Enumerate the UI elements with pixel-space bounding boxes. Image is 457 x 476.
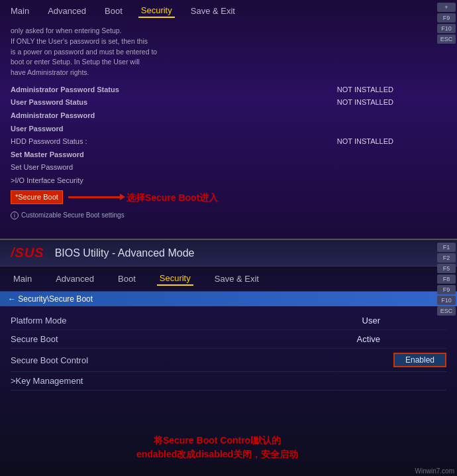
fn-f10-top[interactable]: F10 [437, 24, 456, 33]
settings-row-5[interactable]: Set Master Password [11, 149, 446, 162]
nav-boot-top[interactable]: Boot [102, 5, 125, 17]
side-keys-top: + F9 F10 ESC [436, 0, 457, 46]
desc-line-1: only asked for when entering Setup. [11, 26, 446, 36]
bottom-row-0: Platform Mode User [11, 312, 446, 330]
breadcrumb-text: ← Security\Secure Boot [8, 294, 93, 304]
side-keys-bottom: F1 F2 F5 F8 F9 F10 ESC [436, 240, 457, 318]
arrow-indicator [68, 196, 121, 198]
fn-esc-bottom[interactable]: ESC [437, 306, 456, 316]
fn-f8[interactable]: F8 [437, 274, 456, 284]
nav-security-top[interactable]: Security [138, 4, 175, 18]
fn-f10-bottom[interactable]: F10 [437, 296, 456, 305]
bottom-row-2[interactable]: Secure Boot Control Enabled [11, 349, 446, 372]
value-hdd-status: NOT INSTALLED [337, 136, 446, 148]
desc-line-4: boot or enter Setup. In Setup the User w… [11, 57, 446, 68]
asus-header: /SUS BIOS Utility - Advanced Mode [0, 240, 457, 267]
nav-security-bottom[interactable]: Security [157, 272, 193, 286]
settings-row-3: User Password [11, 123, 446, 136]
label-admin-status: Administrator Password Status [11, 84, 119, 96]
fn-f1[interactable]: F1 [437, 243, 456, 252]
label-master-password: Set Master Password [11, 149, 84, 161]
desc-line-3: is a power on password and must be enter… [11, 47, 446, 58]
label-secure-boot-control: Secure Boot Control [11, 355, 88, 365]
desc-line-2: If ONLY the User's password is set, then… [11, 36, 446, 47]
label-secure-boot: Secure Boot [11, 334, 58, 344]
red-arrow-icon [68, 196, 121, 198]
top-panel: Main Advanced Boot Security Save & Exit … [0, 0, 457, 239]
bios-utility-title: BIOS Utility - Advanced Mode [55, 247, 195, 259]
fn-f5[interactable]: F5 [437, 264, 456, 273]
annotation-secure-boot: 选择Secure Boot进入 [127, 190, 218, 205]
top-nav: Main Advanced Boot Security Save & Exit [0, 0, 457, 22]
settings-row-6[interactable]: Set User Password [11, 161, 446, 174]
fn-f9-bottom[interactable]: F9 [437, 285, 456, 294]
customizable-note: i Customizable Secure Boot settings [11, 210, 446, 221]
secure-boot-item[interactable]: *Secure Boot [11, 190, 63, 205]
settings-row-0: Administrator Password Status NOT INSTAL… [11, 84, 446, 97]
value-platform-mode: User [362, 316, 446, 326]
label-key-management: >Key Management [11, 376, 83, 386]
bottom-content: Platform Mode User Secure Boot Active Se… [0, 306, 457, 396]
fn-esc-top[interactable]: ESC [437, 34, 456, 44]
watermark: Winwin7.com [415, 467, 454, 475]
value-user-status: NOT INSTALLED [337, 97, 446, 109]
nav-advanced-top[interactable]: Advanced [45, 5, 89, 17]
bottom-annotation-container: 将Secure Boot Control默认的 endabled改成disabl… [11, 434, 424, 461]
fn-f2[interactable]: F2 [437, 253, 456, 263]
fn-plus[interactable]: + [437, 3, 456, 12]
desc-line-5: have Administrator rights. [11, 68, 446, 78]
label-platform-mode: Platform Mode [11, 316, 67, 326]
label-user-password: User Password [11, 123, 63, 135]
nav-boot-bottom[interactable]: Boot [115, 272, 138, 285]
label-user-password2: Set User Password [11, 162, 73, 174]
bottom-panel: /SUS BIOS Utility - Advanced Mode Main A… [0, 240, 457, 476]
value-admin-status: NOT INSTALLED [337, 84, 446, 96]
settings-row-1: User Password Status NOT INSTALLED [11, 96, 446, 109]
settings-table-top: Administrator Password Status NOT INSTAL… [11, 84, 446, 188]
label-io-security: >I/O Interface Security [11, 175, 83, 187]
asus-logo: /SUS [11, 245, 44, 261]
enabled-value-box[interactable]: Enabled [393, 353, 446, 367]
label-hdd-status: HDD Password Status : [11, 136, 87, 148]
customizable-label: Customizable Secure Boot settings [21, 210, 125, 221]
info-icon: i [11, 211, 19, 219]
label-user-status: User Password Status [11, 97, 87, 109]
nav-advanced-bottom[interactable]: Advanced [53, 272, 97, 285]
bottom-annotation-line1: 将Secure Boot Control默认的 [11, 434, 424, 447]
settings-row-2: Administrator Password [11, 109, 446, 123]
secure-boot-section: *Secure Boot 选择Secure Boot进入 [11, 190, 446, 205]
bottom-row-3[interactable]: >Key Management [11, 372, 446, 390]
nav-main-top[interactable]: Main [8, 5, 32, 17]
nav-main-bottom[interactable]: Main [11, 272, 34, 285]
value-secure-boot-active: Active [357, 334, 446, 344]
nav-save-exit-bottom[interactable]: Save & Exit [212, 272, 262, 285]
bios-description-top: only asked for when entering Setup. If O… [0, 22, 457, 225]
bottom-nav: Main Advanced Boot Security Save & Exit [0, 267, 457, 292]
breadcrumb-bar: ← Security\Secure Boot [0, 292, 457, 306]
settings-row-7[interactable]: >I/O Interface Security [11, 174, 446, 188]
bottom-row-1: Secure Boot Active [11, 330, 446, 349]
bottom-annotation-line2: endabled改成disabled关闭，安全启动 [11, 447, 424, 461]
label-admin-password: Administrator Password [11, 110, 95, 122]
nav-save-exit-top[interactable]: Save & Exit [188, 5, 238, 17]
fn-f9[interactable]: F9 [437, 13, 456, 23]
secure-boot-row[interactable]: *Secure Boot 选择Secure Boot进入 [11, 190, 446, 205]
settings-row-4: HDD Password Status : NOT INSTALLED [11, 135, 446, 149]
